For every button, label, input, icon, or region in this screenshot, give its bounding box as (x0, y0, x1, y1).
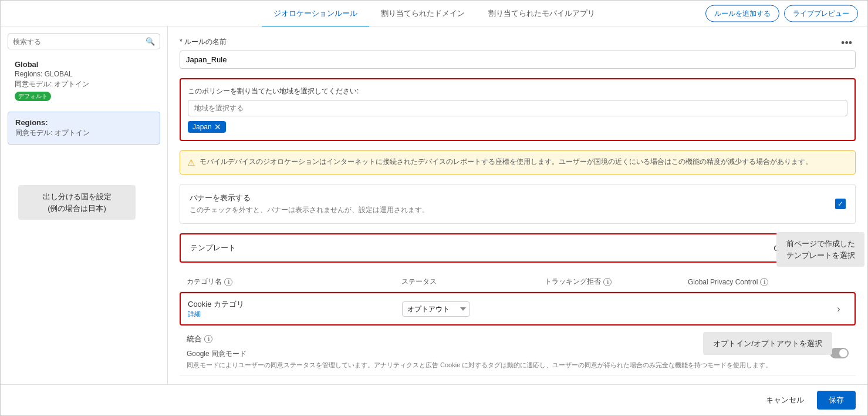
live-preview-button[interactable]: ライブプレビュー (784, 5, 858, 22)
tab-geolocation[interactable]: ジオロケーションルール (262, 1, 369, 27)
main-layout: 🔍 Global Regions: GLOBAL 同意モデル: オプトイン デフ… (1, 26, 867, 384)
region-tags: Japan ✕ (188, 121, 847, 133)
japan-tag: Japan ✕ (188, 121, 226, 133)
google-consent-toggle[interactable] (830, 348, 849, 358)
google-consent-toggle-area (830, 348, 849, 358)
sidebar-global-regions: Regions: GLOBAL (15, 70, 153, 78)
cookie-name-col: Cookie カテゴリ 詳細 (188, 299, 402, 318)
tag-label: Japan (192, 123, 212, 131)
top-nav: ジオロケーションルール 割り当てられたドメイン 割り当てられたモバイルアプリ ル… (1, 1, 867, 26)
banner-section: バナーを表示する このチェックを外すと、バナーは表示されませんが、設定は運用され… (180, 184, 856, 224)
col-action-header (831, 277, 849, 287)
template-box: テンプレート Generic Template ✕ (180, 233, 856, 263)
search-box[interactable]: 🔍 (8, 33, 160, 49)
col-name-info-icon[interactable]: ℹ (224, 278, 232, 286)
region-section-label: このポリシーを割り当てたい地域を選択してください: (188, 86, 847, 96)
nav-actions: ルールを追加する ライブプレビュー (705, 5, 858, 22)
toggle-knob (839, 349, 847, 357)
tab-domain[interactable]: 割り当てられたドメイン (369, 1, 477, 27)
cookie-action-col: › (830, 304, 847, 314)
tag-close-button[interactable]: ✕ (214, 123, 221, 131)
cookie-row-chevron[interactable]: › (837, 304, 840, 314)
default-badge: デフォルト (15, 92, 51, 101)
integration-info-icon[interactable]: ℹ (204, 335, 212, 343)
col-status-header: ステータス (401, 277, 545, 287)
save-button[interactable]: 保存 (817, 391, 856, 410)
more-button[interactable]: ••• (837, 36, 856, 51)
google-consent-desc: 同意モードによりユーザーの同意ステータスを管理しています。アナリティクスと広告 … (187, 361, 818, 370)
cookie-category-title: Cookie カテゴリ (188, 299, 402, 310)
col-gpc-header: Global Privacy Control ℹ (688, 277, 831, 287)
col-gpc-info-icon[interactable]: ℹ (760, 278, 768, 286)
rule-name-section: * ルールの名前 ••• (180, 36, 856, 69)
callout-right: 前ページで作成したテンプレートを選択 (776, 232, 864, 267)
sidebar-regions-title: Regions: (15, 118, 153, 127)
tab-mobile[interactable]: 割り当てられたモバイルアプリ (477, 1, 607, 27)
content-area: * ルールの名前 ••• このポリシーを割り当てたい地域を選択してください: J… (168, 26, 867, 384)
rule-name-label: * ルールの名前 (180, 37, 227, 47)
sidebar-item-regions[interactable]: Regions: 同意モデル: オプトイン (8, 112, 160, 145)
bottom-bar: キャンセル 保存 (1, 384, 867, 415)
cancel-button[interactable]: キャンセル (759, 391, 811, 409)
banner-checkbox[interactable]: ✓ (835, 199, 846, 209)
add-rule-button[interactable]: ルールを追加する (705, 5, 779, 22)
col-tracking-header: トラッキング拒否 ℹ (545, 277, 688, 287)
callout-bottom: オプトイン/オプトアウトを選択 (703, 332, 832, 355)
warning-text: モバイルデバイスのジオロケーションはインターネットに接続されたデバイスのレポート… (200, 157, 812, 168)
sidebar-global-title: Global (15, 60, 153, 69)
rule-name-header: * ルールの名前 ••• (180, 36, 856, 51)
sidebar-regions-consent: 同意モデル: オプトイン (15, 128, 153, 138)
sidebar-item-global[interactable]: Global Regions: GLOBAL 同意モデル: オプトイン デフォル… (8, 54, 160, 107)
cookie-category-row: Cookie カテゴリ 詳細 オプトイン オプトアウト 常にアクティブ › (180, 292, 856, 326)
col-name-header: カテゴリ名 ℹ (187, 277, 401, 287)
banner-text: バナーを表示する このチェックを外すと、バナーは表示されませんが、設定は運用され… (190, 193, 429, 215)
region-selector-box: このポリシーを割り当てたい地域を選択してください: Japan ✕ (180, 78, 856, 141)
template-label: テンプレート (190, 243, 236, 253)
sidebar-global-consent: 同意モデル: オプトイン (15, 79, 153, 89)
search-input[interactable] (13, 38, 142, 46)
warning-icon: ⚠ (187, 157, 195, 168)
cookie-status-select[interactable]: オプトイン オプトアウト 常にアクティブ (402, 301, 470, 317)
callout-left: 出し分ける国を設定(例の場合は日本) (18, 185, 136, 220)
banner-desc: このチェックを外すと、バナーは表示されませんが、設定は運用されます。 (190, 205, 429, 215)
rule-name-input[interactable] (180, 51, 856, 69)
col-tracking-info-icon[interactable]: ℹ (603, 278, 612, 286)
cookie-detail-link[interactable]: 詳細 (188, 310, 402, 318)
table-header: カテゴリ名 ℹ ステータス トラッキング拒否 ℹ Global Privacy … (180, 272, 856, 292)
warning-box: ⚠ モバイルデバイスのジオロケーションはインターネットに接続されたデバイスのレポ… (180, 150, 856, 175)
cookie-status-col: オプトイン オプトアウト 常にアクティブ (402, 301, 545, 317)
banner-title: バナーを表示する (190, 193, 429, 203)
search-icon: 🔍 (146, 37, 155, 46)
region-input[interactable] (188, 100, 847, 116)
